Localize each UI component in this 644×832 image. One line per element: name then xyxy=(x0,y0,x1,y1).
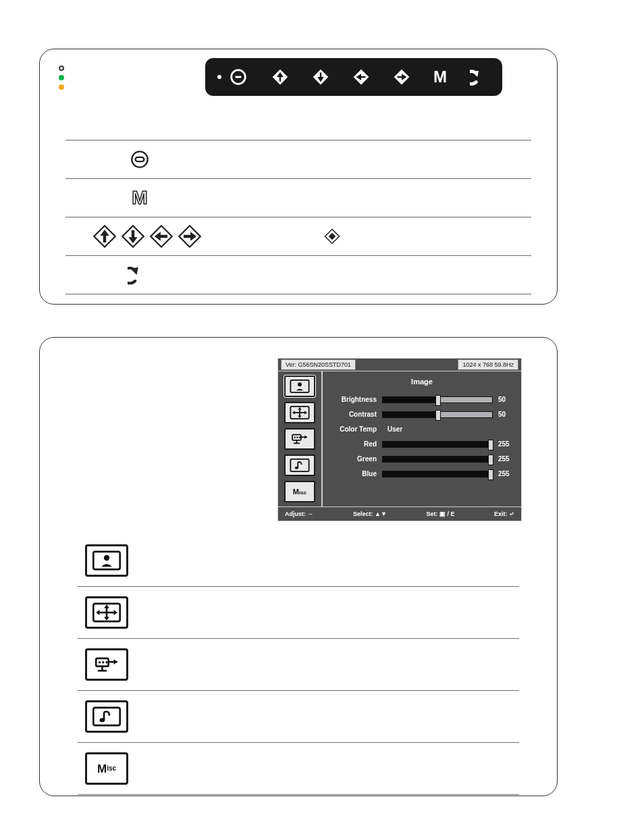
brightness-label: Brightness xyxy=(328,396,377,403)
row-blue[interactable]: Blue 255 xyxy=(328,467,516,482)
menu-m-icon[interactable]: M xyxy=(433,69,447,85)
tab-legend: Misc xyxy=(78,535,519,795)
row-contrast[interactable]: Contrast 50 xyxy=(328,407,516,422)
audio-icon xyxy=(290,459,310,472)
nav-right-icon xyxy=(178,224,202,249)
row-green[interactable]: Green 255 xyxy=(328,452,516,467)
down-arrow-icon[interactable] xyxy=(312,68,329,86)
legend-geometry xyxy=(78,587,519,639)
blue-label: Blue xyxy=(328,471,377,477)
osd-tab-misc[interactable]: Misc xyxy=(284,481,315,502)
misc-label: Misc xyxy=(293,488,306,496)
osd-tab-geometry[interactable] xyxy=(284,402,315,423)
legend-geometry-icon xyxy=(85,596,128,629)
red-value: 255 xyxy=(498,441,516,448)
nav-up-icon xyxy=(92,224,117,249)
osd-mode: 1024 x 768 59.8Hz xyxy=(458,359,518,370)
led-off-icon xyxy=(59,66,64,71)
osd-tab-strip: Misc xyxy=(278,371,323,506)
blue-value: 255 xyxy=(498,471,516,477)
osd-footer: Adjust: ↔ Select: ▲▼ Set: ▣ / E Exit: ⤶ xyxy=(278,506,521,521)
foot-set: Set: ▣ / E xyxy=(426,511,454,517)
green-slider[interactable] xyxy=(382,456,493,463)
nav-down-icon xyxy=(121,224,145,249)
control-buttons-panel: M M xyxy=(39,49,558,305)
legend-misc: Misc xyxy=(78,743,519,795)
row-menu: M xyxy=(65,179,531,217)
return-icon[interactable] xyxy=(470,67,490,87)
green-value: 255 xyxy=(498,456,516,463)
nav-center-icon xyxy=(324,228,340,244)
nav-left-icon xyxy=(149,224,173,249)
contrast-value: 50 xyxy=(498,411,516,418)
row-brightness[interactable]: Brightness 50 xyxy=(328,392,516,407)
left-arrow-icon[interactable] xyxy=(352,68,370,86)
row-return xyxy=(65,256,531,294)
power-icon[interactable] xyxy=(228,67,248,87)
legend-input xyxy=(78,639,519,691)
osd-window: Ver: G56SN20SSTD701 1024 x 768 59.8Hz Mi… xyxy=(277,358,522,521)
legend-audio-icon xyxy=(85,700,128,733)
legend-image xyxy=(78,535,519,587)
power-outline-icon xyxy=(128,148,151,171)
osd-main: Image Brightness 50 Contrast 50 Color Te… xyxy=(323,371,521,506)
brightness-slider[interactable] xyxy=(382,396,493,403)
osd-tab-image[interactable] xyxy=(284,375,315,397)
osd-header: Ver: G56SN20SSTD701 1024 x 768 59.8Hz xyxy=(278,359,521,371)
osd-title: Image xyxy=(328,378,516,386)
contrast-label: Contrast xyxy=(328,411,377,418)
legend-misc-icon: Misc xyxy=(85,752,128,785)
osd-tab-input[interactable] xyxy=(284,428,315,450)
foot-exit: Exit: ⤶ xyxy=(494,511,514,517)
led-green-icon xyxy=(59,75,64,80)
foot-adjust: Adjust: ↔ xyxy=(285,511,314,517)
right-arrow-icon[interactable] xyxy=(393,68,410,86)
menu-m-outline-icon: M xyxy=(128,188,152,207)
osd-version: Ver: G56SN20SSTD701 xyxy=(281,359,356,370)
red-label: Red xyxy=(328,441,377,448)
colortemp-value: User xyxy=(382,426,402,433)
contrast-slider[interactable] xyxy=(382,411,493,418)
legend-input-icon xyxy=(85,648,128,681)
row-red[interactable]: Red 255 xyxy=(328,437,516,452)
red-slider[interactable] xyxy=(382,441,493,448)
return-outline-icon xyxy=(128,263,152,287)
legend-audio xyxy=(78,691,519,743)
button-rows: M xyxy=(65,140,531,294)
row-navigation xyxy=(65,217,531,256)
indicator-dot-icon xyxy=(217,75,221,79)
buttons-bar: M xyxy=(205,58,502,96)
row-color-temp[interactable]: Color Temp User xyxy=(328,422,516,437)
status-leds xyxy=(59,66,64,90)
blue-slider[interactable] xyxy=(382,471,493,477)
green-label: Green xyxy=(328,456,377,463)
osd-tab-audio[interactable] xyxy=(284,454,315,476)
geometry-icon xyxy=(290,406,310,419)
image-icon xyxy=(290,380,310,393)
osd-menu-panel: Ver: G56SN20SSTD701 1024 x 768 59.8Hz Mi… xyxy=(39,337,558,796)
brightness-value: 50 xyxy=(498,396,516,403)
up-arrow-icon[interactable] xyxy=(271,68,289,86)
foot-select: Select: ▲▼ xyxy=(353,511,387,517)
led-amber-icon xyxy=(59,84,64,90)
row-power xyxy=(65,140,531,179)
colortemp-label: Color Temp xyxy=(328,426,377,433)
input-icon xyxy=(290,432,310,446)
legend-image-icon xyxy=(85,544,128,577)
